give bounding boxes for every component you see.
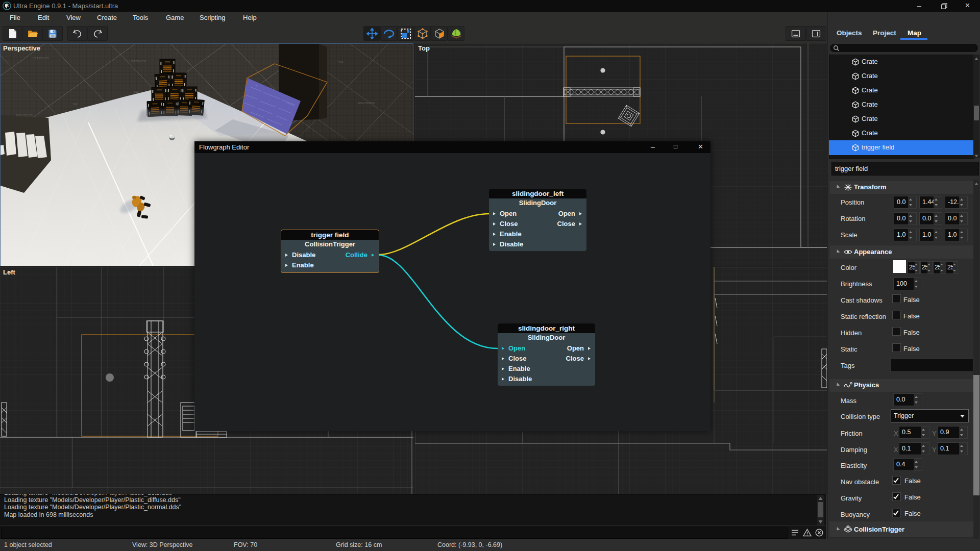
svg-text:1024 256x256: 1024 256x256 bbox=[129, 60, 146, 63]
svg-text:512: 512 bbox=[73, 103, 78, 106]
svg-text:1024: 1024 bbox=[337, 61, 344, 64]
svg-text:1024 256x256: 1024 256x256 bbox=[32, 57, 49, 60]
svg-text:1024 256x256: 1024 256x256 bbox=[358, 102, 375, 105]
svg-text:512: 512 bbox=[134, 90, 139, 93]
